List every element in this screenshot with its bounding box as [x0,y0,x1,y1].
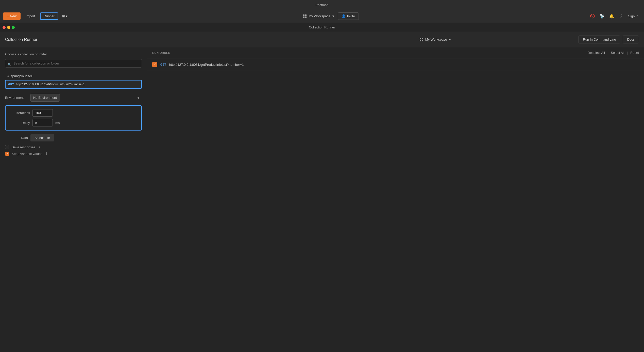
delay-label: Delay [10,121,30,125]
settings-section: Environment No Environment ▾ Iterations … [5,94,142,156]
iterations-input[interactable] [32,109,53,117]
deselect-all-button[interactable]: Deselect All [588,51,605,55]
save-responses-row: Save responses ℹ [5,145,142,149]
runner-button[interactable]: Runner [40,12,58,20]
select-file-button[interactable]: Select File [30,134,54,141]
collection-name: springcloudsell [11,74,32,78]
main-header: Collection Runner My Workspace ▾ Run In … [0,32,644,47]
save-responses-label: Save responses [12,145,35,149]
person-icon: 👤 [342,14,346,18]
collection-arrow-icon: ◀ [7,75,9,77]
run-item-checkbox[interactable] [152,62,157,67]
data-label: Data [5,136,28,140]
grid-icon [303,14,307,18]
header-grid-icon [420,38,423,41]
workspace-button[interactable]: My Workspace ▾ [299,12,338,20]
iterations-label: Iterations [10,111,30,115]
divider-1: | [607,51,608,55]
ms-label: ms [55,121,60,125]
environment-select-wrapper: No Environment ▾ [30,94,142,102]
keep-variable-label: Keep variable values [12,152,42,156]
collection-item[interactable]: ◀ springcloudsell [5,73,142,79]
save-responses-checkbox[interactable] [5,145,9,149]
invite-button[interactable]: 👤 Invite [338,12,359,20]
window-controls [3,26,15,29]
right-panel: RUN ORDER Deselect All | Select All | Re… [147,47,644,352]
maximize-button[interactable] [12,26,15,29]
docs-button[interactable]: Docs [623,36,639,43]
heart-icon-button[interactable]: ♡ [618,12,624,20]
request-item[interactable]: GET http://127.0.0.1:8081/getProductInfo… [5,80,142,89]
content-area: Choose a collection or folder 🔍 ◀ spring… [0,47,644,352]
run-order-actions: Deselect All | Select All | Reset [588,51,639,55]
toolbar-center: My Workspace ▾ 👤 Invite [72,12,586,20]
request-method-badge: GET [8,83,14,86]
iterations-delay-box: Iterations Delay ms [5,105,142,131]
run-item-url: http://127.0.0.1:8081/getProductInfoList… [169,63,244,67]
sign-in-button[interactable]: Sign In [626,13,641,19]
keep-variable-row: Keep variable values ℹ [5,152,142,156]
close-button[interactable] [3,26,6,29]
environment-select[interactable]: No Environment [30,94,60,102]
left-panel: Choose a collection or folder 🔍 ◀ spring… [0,47,147,352]
delay-row: Delay ms [10,119,137,126]
title-bar: Postman [0,0,644,10]
select-all-button[interactable]: Select All [611,51,624,55]
header-center: My Workspace ▾ [292,36,579,43]
divider-2: | [627,51,628,55]
search-input[interactable] [5,59,142,68]
satellite-icon-button[interactable]: 📡 [598,12,606,20]
header-workspace-button[interactable]: My Workspace ▾ [416,36,454,43]
tab-title: Collection Runner [309,25,335,29]
header-workspace-label: My Workspace [425,38,447,41]
choose-label: Choose a collection or folder [5,52,142,56]
run-command-line-button[interactable]: Run In Command Line [579,36,620,43]
keep-variable-checkbox[interactable] [5,152,9,156]
import-button[interactable]: Import [23,12,38,20]
app-title: Postman [315,3,328,7]
toolbar: + New Import Runner ⊞ ▾ My Workspace ▾ 👤… [0,10,644,23]
run-order-header: RUN ORDER Deselect All | Select All | Re… [147,47,644,58]
new-button[interactable]: + New [3,12,21,20]
screen-icon-button[interactable]: ⊞ ▾ [60,12,70,20]
environment-label: Environment [5,96,28,100]
screen-icon: ⊞ ▾ [62,14,68,18]
save-responses-info-icon[interactable]: ℹ [39,145,40,149]
bell-icon-button[interactable]: 🔔 [608,12,616,20]
environment-row: Environment No Environment ▾ [5,94,142,102]
reset-button[interactable]: Reset [630,51,639,55]
page-title: Collection Runner [5,37,292,42]
search-wrapper: 🔍 [5,59,142,70]
delay-input[interactable] [32,119,53,126]
select-arrow-icon: ▾ [138,96,139,100]
toolbar-right: 🚫 📡 🔔 ♡ Sign In [589,12,641,20]
invite-label: Invite [347,14,355,18]
workspace-chevron-icon: ▾ [332,14,334,18]
run-order-item: GET http://127.0.0.1:8081/getProductInfo… [147,58,644,71]
request-url: http://127.0.0.1:8081/getProductInfoList… [16,83,85,86]
keep-variable-info-icon[interactable]: ℹ [46,152,47,155]
minimize-button[interactable] [7,26,10,29]
run-item-method: GET [160,63,166,66]
header-workspace-chevron-icon: ▾ [449,38,451,41]
run-order-label: RUN ORDER [152,51,170,54]
workspace-label: My Workspace [309,14,330,18]
tab-bar: Collection Runner [0,23,644,32]
header-right: Run In Command Line Docs [579,36,639,43]
no-cookie-icon-button[interactable]: 🚫 [589,12,596,20]
iterations-row: Iterations [10,109,137,117]
search-icon: 🔍 [8,63,11,67]
data-row: Data Select File [5,134,142,141]
